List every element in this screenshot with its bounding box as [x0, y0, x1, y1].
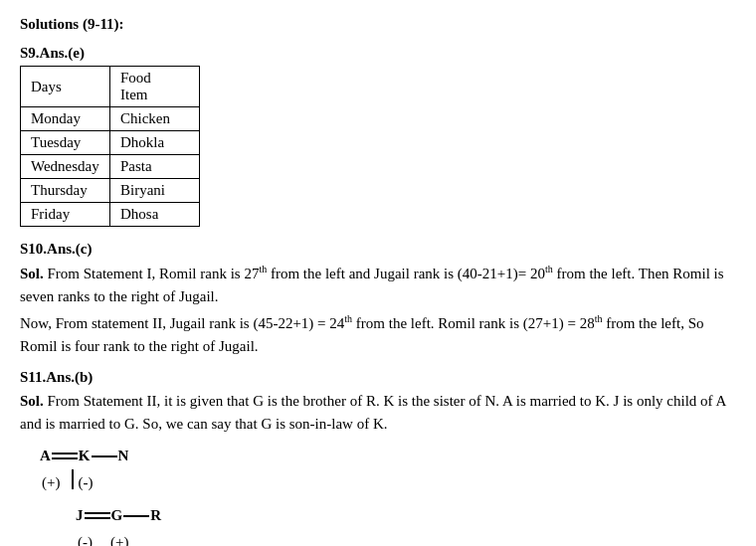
s11-label: S11.Ans.(b) — [20, 369, 736, 386]
s11-sol-prefix: Sol. — [20, 393, 44, 409]
s10-section: S10.Ans.(c) Sol. From Statement I, Romil… — [20, 241, 736, 357]
table-header-days: Days — [21, 67, 110, 107]
s11-section: S11.Ans.(b) Sol. From Statement II, it i… — [20, 369, 736, 546]
node-A: A — [40, 443, 51, 469]
table-row: Chicken — [110, 107, 200, 131]
table-row: Dhokla — [110, 131, 200, 155]
sign-A: (+) — [42, 469, 60, 496]
solutions-header: Solutions (9-11): — [20, 16, 736, 33]
s11-text1: Sol. From Statement II, it is given that… — [20, 390, 736, 435]
sign-J: (-) — [78, 529, 93, 546]
single-line-GR — [123, 515, 149, 517]
double-line-AK — [52, 453, 78, 459]
s10-text1: From Statement I, Romil rank is 27th fro… — [20, 266, 724, 304]
s11-text1-content: From Statement II, it is given that G is… — [20, 393, 726, 432]
node-J: J — [76, 502, 84, 529]
node-G: G — [111, 502, 123, 529]
family-diagram: A K N (+) (-) J G R — [20, 443, 736, 546]
table-row: Wednesday — [21, 155, 110, 179]
node-K: K — [79, 443, 91, 469]
table-row: Dhosa — [110, 203, 200, 227]
table-row: Friday — [21, 203, 110, 227]
node-N: N — [118, 443, 129, 469]
double-line-JG — [85, 512, 110, 519]
s10-text: Sol. From Statement I, Romil rank is 27t… — [20, 262, 736, 307]
table-row: Biryani — [110, 179, 200, 203]
s10-label: S10.Ans.(c) — [20, 241, 736, 258]
table-row: Pasta — [110, 155, 200, 179]
single-line-KN — [92, 455, 117, 457]
s9-label: S9.Ans.(e) — [20, 45, 736, 62]
node-R: R — [150, 502, 161, 529]
s9-table: Days FoodItem Monday Chicken Tuesday Dho… — [20, 66, 200, 227]
s10-sol-prefix: Sol. — [20, 266, 44, 281]
table-header-food: FoodItem — [110, 67, 200, 107]
s10-text2: Now, From statement II, Jugail rank is (… — [20, 311, 736, 357]
sign-G: (+) — [110, 529, 128, 546]
s9-section: S9.Ans.(e) Days FoodItem Monday Chicken … — [20, 45, 736, 227]
table-row: Thursday — [21, 179, 110, 203]
s10-text2-content: Now, From statement II, Jugail rank is (… — [20, 315, 704, 354]
table-row: Monday — [21, 107, 110, 131]
table-row: Tuesday — [21, 131, 110, 155]
sign-K: (-) — [78, 469, 93, 496]
